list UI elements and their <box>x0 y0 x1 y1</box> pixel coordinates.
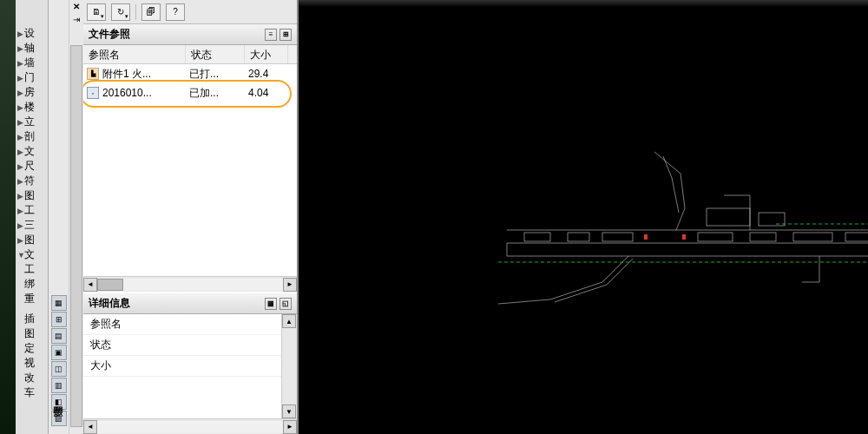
scroll-up-icon[interactable]: ▲ <box>282 314 296 328</box>
expand-icon: ▶ <box>17 162 24 171</box>
scroll-track[interactable] <box>97 279 283 291</box>
expand-icon: ▶ <box>17 74 24 82</box>
svg-rect-1 <box>568 233 589 241</box>
file-ref-title: 文件参照 <box>89 27 130 42</box>
col-name[interactable]: 参照名 <box>83 45 186 63</box>
file-ref-header: 文件参照 ≡ ⊞ <box>83 24 297 45</box>
tool-icon[interactable]: ▦ <box>51 295 67 311</box>
tree-item[interactable]: 视 <box>16 356 48 371</box>
file-ref-table: 参照名 状态 大小 ▙附件1 火... 已打... 29.4 ▫2016010.… <box>83 45 297 293</box>
tree-item[interactable]: ▶文 <box>16 144 48 159</box>
panel-controls-column: ✕ ⇥ <box>69 0 83 434</box>
scroll-right-icon[interactable]: ► <box>283 420 297 434</box>
scroll-left-icon[interactable]: ◄ <box>83 278 97 292</box>
tree-item[interactable]: 工 <box>16 262 48 277</box>
preview-icon[interactable]: ▦ <box>265 298 277 310</box>
table-row[interactable]: ▙附件1 火... 已打... 29.4 <box>83 64 297 83</box>
tree-item[interactable]: 绑 <box>16 277 48 292</box>
tool-icon[interactable]: ⊞ <box>51 312 67 327</box>
tool-icon[interactable]: ◫ <box>51 361 67 377</box>
table-body: ▙附件1 火... 已打... 29.4 ▫2016010... 已加... 4… <box>83 64 297 276</box>
expand-icon: ▶ <box>17 89 24 97</box>
tree-item[interactable]: ▶符 <box>16 174 48 188</box>
cad-floorplan-drawing <box>455 148 868 321</box>
detail-icon[interactable]: ◱ <box>279 298 292 310</box>
tool-button[interactable]: 🗐 <box>141 3 161 21</box>
expand-icon: ▶ <box>17 207 24 215</box>
grip-strip[interactable] <box>70 45 82 427</box>
tree-item[interactable]: ▶楼 <box>16 100 48 115</box>
tool-icon[interactable]: ▥ <box>51 378 67 393</box>
svg-rect-8 <box>707 208 750 226</box>
tree-item[interactable]: ▶立 <box>16 115 48 129</box>
svg-rect-6 <box>845 233 868 241</box>
table-row[interactable]: ▫2016010... 已加... 4.04 <box>83 83 297 102</box>
drawing-canvas[interactable] <box>299 0 868 434</box>
tree-item[interactable]: ▶工 <box>16 203 48 218</box>
scroll-track[interactable] <box>97 421 283 433</box>
expand-icon: ▶ <box>17 177 24 186</box>
vertical-scrollbar[interactable]: ▲ ▼ <box>281 314 297 418</box>
expand-icon: ▶ <box>17 221 24 230</box>
scroll-thumb[interactable] <box>97 279 123 291</box>
expand-icon: ▶ <box>17 148 24 156</box>
expand-icon: ▶ <box>17 103 24 112</box>
detail-header: 详细信息 ▦ ◱ <box>83 293 297 314</box>
col-status[interactable]: 状态 <box>186 45 245 63</box>
tool-icon[interactable]: ▨ <box>51 411 67 426</box>
horizontal-scrollbar[interactable]: ◄ ► <box>83 276 297 292</box>
file-reference-panel: 🗎 ↻ 🗐 ? 文件参照 ≡ ⊞ 参照名 状态 大小 ▙附件1 火... 已打.… <box>83 0 299 434</box>
tool-icon[interactable]: ▤ <box>51 328 67 344</box>
refresh-button[interactable]: ↻ <box>111 3 130 21</box>
tree-item[interactable]: 车 <box>16 385 48 400</box>
detail-horizontal-scrollbar[interactable]: ◄ ► <box>83 418 297 434</box>
detail-body: 参照名 状态 大小 ▲ ▼ <box>83 314 297 418</box>
tree-item[interactable]: ▶剖 <box>16 129 48 144</box>
svg-rect-3 <box>698 233 733 241</box>
tree-item[interactable]: ▶尺 <box>16 159 48 174</box>
tree-item[interactable]: ▶图 <box>16 188 48 203</box>
dwg-file-icon: ▫ <box>87 87 99 99</box>
tree-view-icon[interactable]: ⊞ <box>279 29 292 41</box>
tree-item[interactable]: ▶设 <box>16 26 48 41</box>
tool-tree-panel: ▶设 ▶轴 ▶墙 ▶门 ▶房 ▶楼 ▶立 ▶剖 ▶文 ▶尺 ▶符 ▶图 ▶工 ▶… <box>16 0 49 434</box>
tree-item[interactable]: ▼文 <box>16 247 48 262</box>
panel-toolbar: 🗎 ↻ 🗐 ? <box>83 0 297 24</box>
detail-row: 大小 <box>83 356 281 377</box>
expand-icon: ▶ <box>17 30 24 38</box>
tree-item[interactable]: ▶图 <box>16 233 48 247</box>
svg-rect-10 <box>644 234 648 240</box>
scroll-right-icon[interactable]: ► <box>283 278 297 292</box>
svg-rect-4 <box>750 233 776 241</box>
col-size[interactable]: 大小 <box>245 45 288 63</box>
svg-rect-9 <box>759 213 785 226</box>
tree-item[interactable]: ▶三 <box>16 218 48 233</box>
canvas-top-edge <box>299 0 868 7</box>
tree-item[interactable]: 插 <box>16 312 48 326</box>
pin-icon[interactable]: ⇥ <box>73 15 80 24</box>
scroll-left-icon[interactable]: ◄ <box>83 420 97 434</box>
close-icon[interactable]: ✕ <box>73 2 80 11</box>
svg-rect-11 <box>682 234 686 240</box>
folder-icon: ▙ <box>87 68 99 80</box>
expand-icon: ▶ <box>17 59 24 68</box>
svg-rect-5 <box>793 233 832 241</box>
expand-icon: ▶ <box>17 118 24 127</box>
tree-item[interactable]: 改 <box>16 371 48 385</box>
tree-item[interactable]: ▶轴 <box>16 41 48 56</box>
expand-icon: ▶ <box>17 133 24 141</box>
tree-item[interactable]: 图 <box>16 326 48 341</box>
tree-item[interactable]: ▶墙 <box>16 56 48 70</box>
tree-item[interactable]: 定 <box>16 341 48 356</box>
detail-row: 参照名 <box>83 314 281 335</box>
icon-tool-column: ▦ ⊞ ▤ ▣ ◫ ▥ ◧ ▨ <box>49 0 69 434</box>
tree-item[interactable]: 重 <box>16 292 48 306</box>
scroll-down-icon[interactable]: ▼ <box>282 404 296 418</box>
detail-row: 状态 <box>83 335 281 356</box>
list-view-icon[interactable]: ≡ <box>265 29 277 41</box>
tree-item[interactable]: ▶门 <box>16 70 48 85</box>
tool-icon[interactable]: ▣ <box>51 345 67 360</box>
attach-dwg-button[interactable]: 🗎 <box>87 3 106 21</box>
help-button[interactable]: ? <box>166 3 185 21</box>
tree-item[interactable]: ▶房 <box>16 85 48 100</box>
